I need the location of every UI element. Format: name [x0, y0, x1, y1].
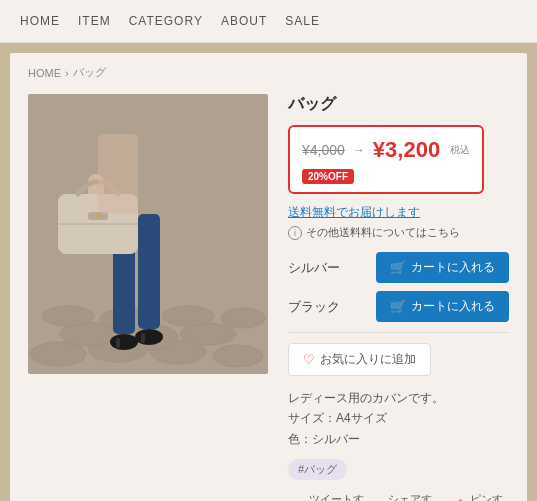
shipping-info: i その他送料料についてはこちら	[288, 225, 509, 240]
svg-point-8	[42, 306, 94, 326]
cart-icon-black: 🛒	[390, 299, 406, 314]
desc-line-3: 色：シルバー	[288, 429, 509, 449]
price-arrow: →	[353, 143, 365, 157]
price-sale: ¥3,200	[373, 137, 440, 163]
price-box: ¥4,000 → ¥3,200 税込 20%OFF	[288, 125, 484, 194]
svg-point-10	[162, 306, 214, 326]
breadcrumb-home[interactable]: HOME	[28, 67, 61, 79]
product-layout: バッグ ¥4,000 → ¥3,200 税込 20%OFF 送料無料でお届けしま…	[28, 94, 509, 501]
price-original: ¥4,000	[302, 142, 345, 158]
desc-line-2: サイズ：A4サイズ	[288, 408, 509, 428]
price-row: ¥4,000 → ¥3,200 税込	[302, 137, 470, 163]
svg-rect-16	[116, 338, 120, 348]
breadcrumb: HOME › バッグ	[28, 65, 509, 80]
nav-item-about[interactable]: ABOUT	[221, 14, 267, 28]
product-title: バッグ	[288, 94, 509, 115]
page-wrapper: HOME ITEM CATEGORY ABOUT SALE HOME › バッグ	[0, 0, 537, 501]
cart-button-label-silver: カートに入れる	[411, 259, 495, 276]
nav-item-category[interactable]: CATEGORY	[129, 14, 203, 28]
variant-label-black: ブラック	[288, 298, 340, 316]
variant-row-silver: シルバー 🛒 カートに入れる	[288, 252, 509, 283]
nav-item-item[interactable]: ITEM	[78, 14, 111, 28]
variant-row-black: ブラック 🛒 カートに入れる	[288, 291, 509, 322]
info-icon: i	[288, 226, 302, 240]
heart-icon: ♡	[303, 352, 315, 367]
nav-item-home[interactable]: HOME	[20, 14, 60, 28]
social-share-row: 🐦 ツイートする f シェアする 📌 ピンする	[288, 492, 509, 501]
wishlist-button[interactable]: ♡ お気に入りに追加	[288, 343, 431, 376]
desc-line-1: レディース用のカバンです。	[288, 388, 509, 408]
shipping-info-text: その他送料料についてはこちら	[306, 225, 460, 240]
svg-rect-13	[138, 214, 160, 329]
svg-point-14	[110, 334, 138, 350]
svg-rect-22	[96, 214, 100, 218]
product-info: バッグ ¥4,000 → ¥3,200 税込 20%OFF 送料無料でお届けしま…	[288, 94, 509, 501]
divider-1	[288, 332, 509, 333]
wishlist-label: お気に入りに追加	[320, 351, 416, 368]
tweet-label: ツイートする	[309, 492, 368, 501]
svg-point-15	[135, 329, 163, 345]
pin-button[interactable]: 📌 ピンする	[449, 492, 509, 501]
share-button[interactable]: f シェアする	[380, 492, 438, 501]
navigation: HOME ITEM CATEGORY ABOUT SALE	[0, 0, 537, 43]
svg-rect-17	[141, 333, 145, 343]
main-content: HOME › バッグ	[10, 53, 527, 501]
add-to-cart-silver[interactable]: 🛒 カートに入れる	[376, 252, 509, 283]
variant-label-silver: シルバー	[288, 259, 340, 277]
cart-button-label-black: カートに入れる	[411, 298, 495, 315]
breadcrumb-current: バッグ	[73, 65, 106, 80]
svg-point-4	[213, 345, 263, 367]
svg-point-11	[221, 308, 265, 328]
product-tag[interactable]: #バッグ	[288, 459, 347, 480]
svg-rect-23	[98, 134, 138, 214]
svg-point-1	[30, 342, 86, 366]
product-image	[28, 94, 268, 374]
free-shipping-link[interactable]: 送料無料でお届けします	[288, 204, 509, 221]
tweet-button[interactable]: 🐦 ツイートする	[288, 492, 368, 501]
add-to-cart-black[interactable]: 🛒 カートに入れる	[376, 291, 509, 322]
nav-item-sale[interactable]: SALE	[285, 14, 320, 28]
product-image-wrapper	[28, 94, 268, 374]
share-label: シェアする	[388, 492, 438, 501]
svg-point-7	[180, 323, 236, 345]
cart-icon-silver: 🛒	[390, 260, 406, 275]
price-tax: 税込	[450, 143, 470, 157]
discount-badge: 20%OFF	[302, 169, 354, 184]
breadcrumb-separator: ›	[65, 67, 69, 79]
product-description: レディース用のカバンです。 サイズ：A4サイズ 色：シルバー	[288, 388, 509, 449]
pin-label: ピンする	[470, 492, 509, 501]
